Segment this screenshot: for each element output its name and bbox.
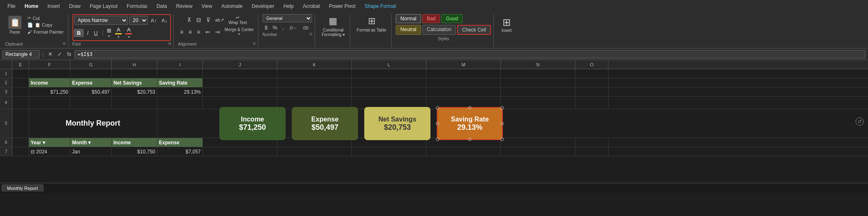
style-neutral[interactable]: Neutral xyxy=(396,25,421,35)
cell-M2[interactable] xyxy=(426,78,501,87)
increase-decimal-button[interactable]: .00 xyxy=(300,24,310,32)
cell-FHI5-merged[interactable]: Monthly Report xyxy=(29,109,157,138)
col-header-I[interactable]: I xyxy=(157,60,203,69)
align-left-button[interactable]: ≡ xyxy=(178,27,185,37)
align-right-button[interactable]: ≡ xyxy=(195,27,202,37)
cell-H3[interactable]: $20,753 xyxy=(112,87,157,96)
align-top-button[interactable]: ⊼ xyxy=(185,14,193,26)
cell-G7[interactable]: Jan xyxy=(70,147,112,156)
col-header-F[interactable]: F xyxy=(29,60,70,69)
menu-formulas[interactable]: Formulas xyxy=(123,2,151,10)
decrease-font-button[interactable]: A↓ xyxy=(160,17,169,24)
increase-indent-button[interactable]: ⇒ xyxy=(213,27,222,37)
cell-M3[interactable] xyxy=(426,87,501,96)
copy-button[interactable]: 📄 📋 Copy xyxy=(26,22,65,28)
align-center-button[interactable]: ≡ xyxy=(186,27,194,37)
conditional-formatting-button[interactable]: ▦ ConditionalFormatting ▾ xyxy=(319,14,347,39)
menu-insert[interactable]: Insert xyxy=(43,2,64,10)
cell-K1[interactable] xyxy=(277,69,352,78)
menu-power-pivot[interactable]: Power Pivot xyxy=(325,2,360,10)
cell-H2[interactable]: Net Savings xyxy=(112,78,157,87)
cell-O2[interactable] xyxy=(575,78,608,87)
menu-file[interactable]: File xyxy=(3,2,19,10)
italic-button[interactable]: I xyxy=(85,29,91,36)
paste-button[interactable]: 📋 Paste xyxy=(5,14,25,36)
underline-button[interactable]: U xyxy=(92,29,100,36)
align-bottom-button[interactable]: ⊽ xyxy=(204,14,212,26)
cell-J7[interactable] xyxy=(203,147,277,156)
cell-J3[interactable] xyxy=(203,87,277,96)
font-color-button[interactable]: A ▾ xyxy=(124,26,133,39)
number-expander-icon[interactable]: ⧉ xyxy=(310,32,312,36)
cell-O6[interactable] xyxy=(575,138,608,147)
cell-F2[interactable]: Income xyxy=(29,78,70,87)
format-painter-button[interactable]: 🖌 Format Painter xyxy=(26,29,65,35)
format-as-table-button[interactable]: ⊞ Format as Table xyxy=(354,14,389,34)
cut-button[interactable]: ✂ Cut xyxy=(26,15,65,21)
cell-G1[interactable] xyxy=(70,69,112,78)
cell-K2[interactable] xyxy=(277,78,352,87)
percent-button[interactable]: % xyxy=(270,24,279,32)
menu-automate[interactable]: Automate xyxy=(217,2,247,10)
cell-F4[interactable] xyxy=(29,97,70,109)
function-button[interactable]: fx xyxy=(65,51,73,58)
cell-F3[interactable]: $71,250 xyxy=(29,87,70,96)
menu-review[interactable]: Review xyxy=(172,2,196,10)
cell-N6[interactable] xyxy=(501,138,575,147)
cell-E7[interactable] xyxy=(12,147,29,156)
cell-L7[interactable] xyxy=(352,147,426,156)
style-calculation[interactable]: Calculation xyxy=(422,25,456,35)
cell-L1[interactable] xyxy=(352,69,426,78)
cell-L2[interactable] xyxy=(352,78,426,87)
menu-data[interactable]: Data xyxy=(152,2,171,10)
cell-E5[interactable] xyxy=(12,109,29,138)
cell-E4[interactable] xyxy=(12,97,29,109)
cell-I2[interactable]: Saving Rate xyxy=(157,78,203,87)
cell-O4[interactable] xyxy=(575,97,608,109)
wrap-text-button[interactable]: ↵ Wrap Text xyxy=(227,14,249,26)
cell-G2[interactable]: Expense xyxy=(70,78,112,87)
comma-button[interactable]: , xyxy=(280,24,286,32)
col-header-L[interactable]: L xyxy=(352,60,426,69)
cell-K3[interactable] xyxy=(277,87,352,96)
cell-O1[interactable] xyxy=(575,69,608,78)
cell-N4[interactable] xyxy=(501,97,575,109)
menu-view[interactable]: View xyxy=(197,2,216,10)
cell-N1[interactable] xyxy=(501,69,575,78)
font-expander-icon[interactable]: ⧉ xyxy=(168,41,171,46)
cell-F1[interactable] xyxy=(29,69,70,78)
orientation-button[interactable]: ab↗ xyxy=(213,14,226,26)
menu-draw[interactable]: Draw xyxy=(65,2,85,10)
cell-E1[interactable] xyxy=(12,69,29,78)
cell-N2[interactable] xyxy=(501,78,575,87)
cell-G4[interactable] xyxy=(70,97,112,109)
cell-reference-input[interactable] xyxy=(2,50,40,58)
cell-I6[interactable]: Expense xyxy=(157,138,203,147)
cell-M1[interactable] xyxy=(426,69,501,78)
cell-O3[interactable] xyxy=(575,87,608,96)
cell-H7[interactable]: $10,750 xyxy=(112,147,157,156)
menu-home[interactable]: Home xyxy=(20,2,42,10)
col-header-E[interactable]: E xyxy=(12,60,29,69)
col-header-J[interactable]: J xyxy=(203,60,277,69)
cell-I3[interactable]: 29.13% xyxy=(157,87,203,96)
confirm-formula-button[interactable]: ✓ xyxy=(56,51,64,58)
cell-K7[interactable] xyxy=(277,147,352,156)
cell-M7[interactable] xyxy=(426,147,501,156)
cell-H4[interactable] xyxy=(112,97,157,109)
bold-button[interactable]: B xyxy=(74,29,84,37)
cell-H6[interactable]: Income xyxy=(112,138,157,147)
col-header-K[interactable]: K xyxy=(277,60,352,69)
col-header-N[interactable]: N xyxy=(501,60,575,69)
cell-I4[interactable] xyxy=(157,97,203,109)
style-check-cell[interactable]: Check Cell xyxy=(457,25,491,35)
font-name-selector[interactable]: Aptos Narrow xyxy=(74,16,128,25)
formula-input[interactable] xyxy=(75,50,866,58)
style-bad[interactable]: Bad xyxy=(422,14,440,23)
scroll-indicator[interactable]: ↺ xyxy=(856,117,864,126)
alignment-expander-icon[interactable]: ⧉ xyxy=(253,41,255,46)
sheet-tab-monthly-report[interactable]: Monthly Report xyxy=(2,184,43,192)
col-header-M[interactable]: M xyxy=(426,60,501,69)
cell-N7[interactable] xyxy=(501,147,575,156)
currency-button[interactable]: $ xyxy=(262,24,269,32)
